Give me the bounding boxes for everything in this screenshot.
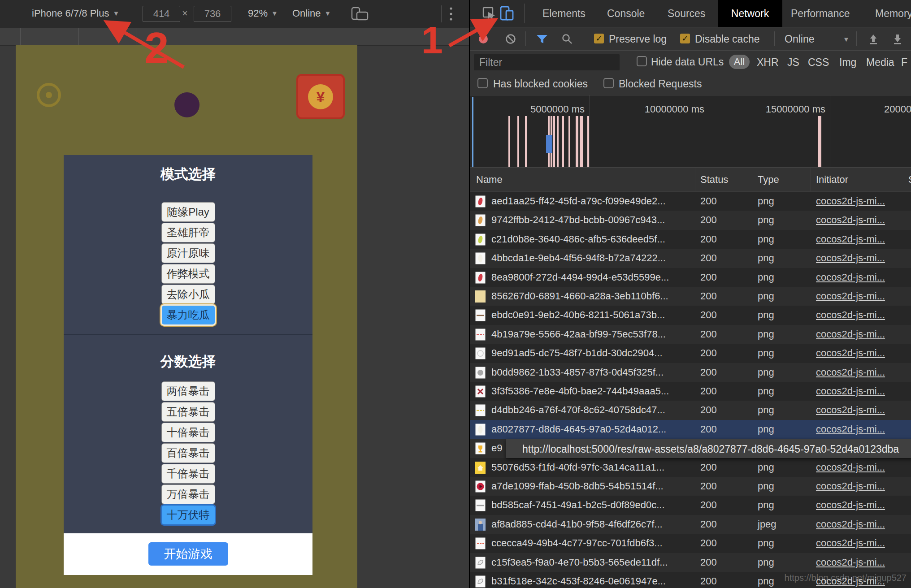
table-row[interactable]: 9742ffbb-2412-47bd-bcbb-00967c943...200p… [470, 211, 911, 229]
filter-type-media[interactable]: Media [866, 56, 894, 69]
table-row[interactable]: 856267d0-6891-4660-a28a-3eb110bf6...200p… [470, 287, 911, 306]
request-initiator-link[interactable]: cocos2d-js-mi... [816, 306, 901, 324]
rotate-device-icon[interactable] [351, 6, 369, 22]
mode-button-5[interactable]: 暴力吃瓜 [162, 306, 215, 324]
request-initiator-link[interactable]: cocos2d-js-mi... [816, 477, 901, 496]
column-header-initiator[interactable]: Initiator [816, 174, 848, 186]
filter-funnel-icon[interactable] [536, 35, 548, 44]
filter-type-js[interactable]: JS [787, 56, 799, 69]
throttle-select[interactable]: Online▼ [292, 8, 331, 19]
request-initiator-link[interactable]: cocos2d-js-mi... [816, 325, 901, 344]
request-status: 200 [700, 249, 717, 268]
tab-console[interactable]: Console [607, 0, 645, 27]
filter-input[interactable]: Filter [474, 54, 620, 70]
zoom-select[interactable]: 92%▼ [248, 8, 278, 19]
mode-button-2[interactable]: 原汁原味 [162, 244, 215, 263]
search-icon[interactable] [561, 33, 573, 45]
timeline-tick-label: 10000000 ms [609, 104, 704, 115]
hide-data-urls-checkbox[interactable] [637, 56, 647, 66]
table-row[interactable]: ccecca49-49b4-4c77-97cc-701fdb6f3...200p… [470, 534, 911, 553]
column-header-type[interactable]: Type [758, 174, 779, 186]
request-initiator-link[interactable]: cocos2d-js-mi... [816, 268, 901, 287]
network-overview-timeline[interactable]: 5000000 ms10000000 ms15000000 ms20000000… [470, 95, 911, 168]
request-initiator-link[interactable]: cocos2d-js-mi... [816, 230, 901, 249]
column-header-size[interactable]: S [908, 174, 911, 186]
request-initiator-link[interactable]: cocos2d-js-mi... [816, 287, 901, 306]
filter-type-css[interactable]: CSS [808, 56, 829, 69]
filter-type-font[interactable]: F [901, 56, 907, 69]
score-button-6[interactable]: 十万伏特 [162, 506, 215, 524]
tab-elements[interactable]: Elements [542, 0, 586, 27]
request-initiator-link[interactable]: cocos2d-js-mi... [816, 344, 901, 363]
device-select[interactable]: iPhone 6/7/8 Plus▼ [32, 8, 119, 19]
table-row[interactable]: 4b19a79e-5566-42aa-bf99-75ec53f78...200p… [470, 325, 911, 344]
table-row[interactable]: 55076d53-f1fd-40fd-97fc-3a14ca11a1...200… [470, 458, 911, 477]
table-row[interactable]: 8ea9800f-272d-4494-99d4-e53d5599e...200p… [470, 268, 911, 287]
request-initiator-link[interactable]: cocos2d-js-mi... [816, 458, 901, 477]
toolbar-separator [525, 31, 526, 46]
filter-type-xhr[interactable]: XHR [757, 56, 779, 69]
export-har-icon[interactable] [891, 33, 904, 45]
import-har-icon[interactable] [867, 33, 880, 45]
mode-button-4[interactable]: 去除小瓜 [162, 285, 215, 304]
table-row[interactable]: ebdc0e91-9eb2-40b6-8211-5061a73b...200pn… [470, 306, 911, 324]
request-initiator-link[interactable]: cocos2d-js-mi... [816, 534, 901, 553]
toggle-device-toolbar-icon[interactable] [499, 5, 515, 22]
tab-network[interactable]: Network [718, 0, 782, 27]
tab-sources[interactable]: Sources [668, 0, 705, 27]
request-status: 200 [700, 192, 717, 211]
viewport-height-input[interactable]: 736 [194, 6, 231, 22]
score-button-3[interactable]: 百倍暴击 [162, 444, 215, 463]
record-network-log-icon[interactable] [478, 34, 489, 44]
table-row[interactable]: c21d0b8e-3640-486c-afb5-636deed5f...200p… [470, 230, 911, 249]
red-envelope-sprite[interactable]: ¥ [296, 74, 345, 119]
viewport-width-input[interactable]: 414 [143, 6, 180, 22]
score-button-5[interactable]: 万倍暴击 [162, 485, 215, 504]
clear-network-log-icon[interactable] [505, 34, 516, 44]
column-header-status[interactable]: Status [700, 174, 728, 186]
tab-memory[interactable]: Memory [875, 0, 911, 27]
table-row[interactable]: 4bbcda1e-9eb4-4f56-94f8-b72a74222...200p… [470, 249, 911, 268]
table-row[interactable]: a7de1099-ffab-450b-8db5-54b51514f...200p… [470, 477, 911, 496]
table-row[interactable]: bd585caf-7451-49a1-b2c5-d0f89ed0c...200p… [470, 496, 911, 514]
table-row[interactable]: a8027877-d8d6-4645-97a0-52d4a012...200pn… [470, 420, 911, 439]
score-button-2[interactable]: 十倍暴击 [162, 423, 215, 442]
request-type: png [758, 553, 774, 572]
blocked-requests-checkbox[interactable] [603, 78, 614, 88]
request-initiator-link[interactable]: cocos2d-js-mi... [816, 382, 901, 401]
filter-type-all[interactable]: All [729, 55, 750, 69]
inspect-element-icon[interactable] [482, 6, 496, 21]
filter-type-img[interactable]: Img [839, 56, 856, 69]
throttling-select[interactable]: Online [785, 34, 814, 44]
request-initiator-link[interactable]: cocos2d-js-mi... [816, 211, 901, 229]
request-initiator-link[interactable]: cocos2d-js-mi... [816, 553, 901, 572]
timeline-gridline [830, 95, 830, 168]
request-initiator-link[interactable]: cocos2d-js-mi... [816, 515, 901, 534]
request-initiator-link[interactable]: cocos2d-js-mi... [816, 401, 901, 419]
table-row[interactable]: c15f3ea5-f9a0-4e70-b5b3-565ede11df...200… [470, 553, 911, 572]
table-row[interactable]: 9ed91ad5-dc75-48f7-b1dd-30dc2904...200pn… [470, 344, 911, 363]
score-button-1[interactable]: 五倍暴击 [162, 402, 215, 421]
preserve-log-checkbox[interactable]: ✓ [594, 34, 604, 43]
tab-performance[interactable]: Performance [791, 0, 850, 27]
table-row[interactable]: aed1aa25-ff42-45fd-a79c-f099e49de2...200… [470, 192, 911, 211]
request-initiator-link[interactable]: cocos2d-js-mi... [816, 363, 901, 382]
table-row[interactable]: 3f3f5386-7e8e-4bf0-bae2-744b49aaa5...200… [470, 382, 911, 401]
request-initiator-link[interactable]: cocos2d-js-mi... [816, 249, 901, 268]
mode-button-0[interactable]: 随缘Play [162, 203, 215, 221]
mode-button-3[interactable]: 作弊模式 [162, 264, 215, 283]
column-header-name[interactable]: Name [476, 174, 503, 186]
request-initiator-link[interactable]: cocos2d-js-mi... [816, 192, 901, 211]
request-initiator-link[interactable]: cocos2d-js-mi... [816, 496, 901, 514]
disable-cache-checkbox[interactable]: ✓ [680, 34, 690, 43]
table-row[interactable]: af8ad885-cd4d-41b0-9f58-4f6df26c7f...200… [470, 515, 911, 534]
start-game-button[interactable]: 开始游戏 [148, 542, 228, 566]
table-row[interactable]: d4dbb246-a76f-470f-8c62-40758dc47...200p… [470, 401, 911, 419]
has-blocked-cookies-checkbox[interactable] [477, 78, 488, 88]
table-row[interactable]: b0dd9862-1b33-4857-87f3-0d45f325f...200p… [470, 363, 911, 382]
mode-button-1[interactable]: 圣雄肝帝 [162, 223, 215, 242]
score-button-0[interactable]: 两倍暴击 [162, 382, 215, 401]
score-button-4[interactable]: 千倍暴击 [162, 464, 215, 483]
kebab-menu-icon[interactable] [448, 6, 454, 22]
request-initiator-link[interactable]: cocos2d-js-mi... [816, 420, 901, 439]
